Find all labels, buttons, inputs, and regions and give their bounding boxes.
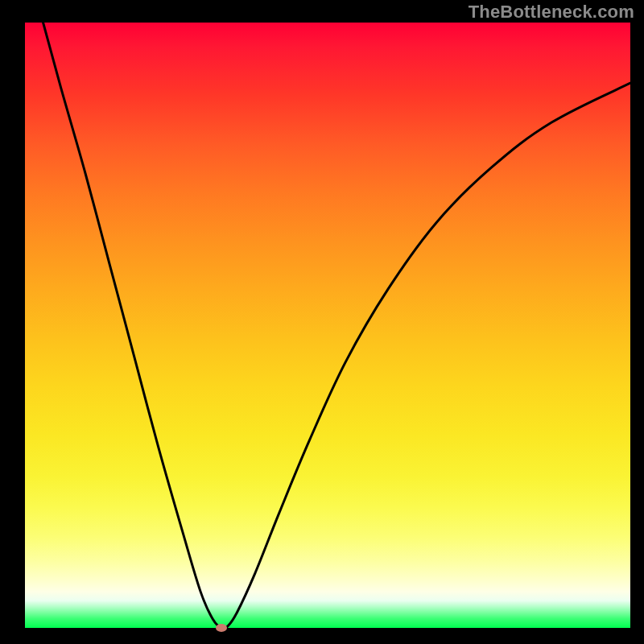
watermark-text: TheBottleneck.com — [469, 2, 634, 23]
plot-area — [25, 23, 630, 628]
bottleneck-curve — [43, 23, 630, 628]
minimum-marker — [216, 624, 227, 632]
chart-container: TheBottleneck.com — [0, 0, 644, 644]
curve-svg — [25, 23, 630, 628]
